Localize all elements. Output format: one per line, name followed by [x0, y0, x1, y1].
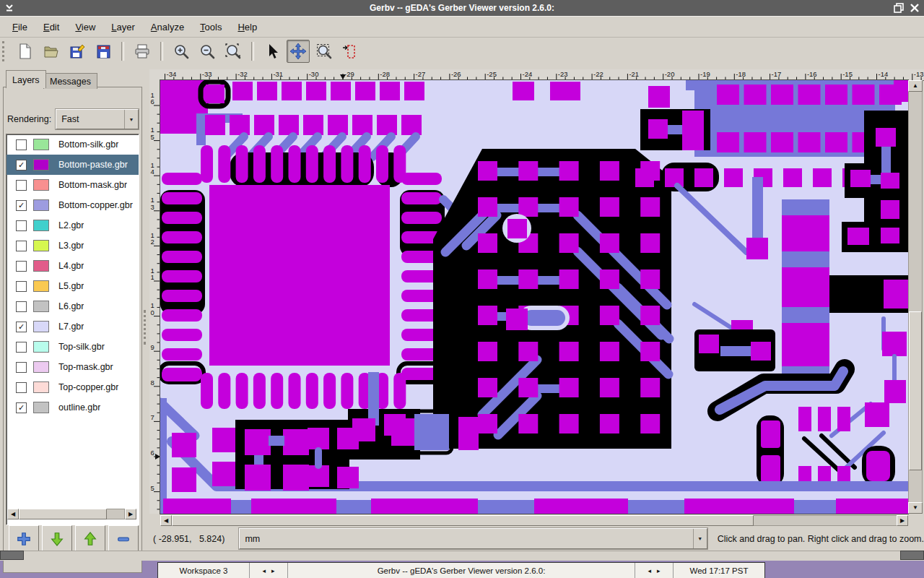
cycle-left-icon[interactable]: ◂: [645, 567, 654, 574]
add-layer-button[interactable]: [9, 525, 39, 553]
layer-row-l2-gbr[interactable]: L2.gbr: [6, 215, 139, 236]
layer-color-swatch[interactable]: [33, 240, 49, 251]
layer-name: Top-copper.gbr: [58, 382, 118, 392]
panel-splitter-handle[interactable]: [144, 310, 149, 345]
layer-color-swatch[interactable]: [33, 301, 49, 312]
zoom-in-button[interactable]: [170, 40, 193, 63]
measure-tool-button[interactable]: [339, 40, 362, 63]
units-combo[interactable]: mm ▼: [239, 528, 707, 549]
layer-visibility-checkbox[interactable]: [16, 382, 27, 393]
canvas-scroll-left-button[interactable]: ◀: [160, 515, 172, 526]
layer-row-top-silk-gbr[interactable]: Top-silk.gbr: [6, 337, 139, 357]
layer-color-swatch[interactable]: [33, 402, 49, 413]
layer-visibility-checkbox[interactable]: ✓: [16, 160, 27, 171]
layer-row-bottom-silk-gbr[interactable]: Bottom-silk.gbr: [6, 134, 139, 155]
taskbar-window-button[interactable]: Gerbv -- gEDA's Gerber Viewer version 2.…: [288, 563, 635, 578]
new-file-button[interactable]: [14, 40, 37, 63]
layer-visibility-checkbox[interactable]: [16, 301, 27, 312]
tab-messages[interactable]: Messages: [43, 73, 97, 89]
move-layer-up-button[interactable]: [75, 525, 105, 553]
layer-visibility-checkbox[interactable]: ✓: [16, 200, 27, 211]
layer-color-swatch[interactable]: [33, 260, 49, 272]
print-button[interactable]: [131, 40, 154, 63]
zoom-fit-button[interactable]: [222, 40, 245, 63]
menu-edit[interactable]: Edit: [35, 19, 67, 35]
layer-row-top-copper-gbr[interactable]: Top-copper.gbr: [6, 377, 139, 397]
canvas-hscrollbar-thumb[interactable]: [172, 515, 754, 526]
layer-scrollbar-thumb[interactable]: [19, 509, 107, 519]
menu-tools[interactable]: Tools: [192, 19, 230, 35]
layer-row-l6-gbr[interactable]: L6.gbr: [6, 296, 139, 316]
maximize-icon[interactable]: [894, 3, 904, 13]
workspace-indicator[interactable]: Workspace 3: [158, 563, 250, 578]
open-project-button[interactable]: [40, 40, 63, 63]
canvas-scroll-up-button[interactable]: ▲: [908, 80, 923, 92]
cycle-right-icon[interactable]: ▸: [654, 567, 663, 574]
pan-tool-button[interactable]: [287, 40, 310, 63]
layer-visibility-checkbox[interactable]: [16, 180, 27, 191]
layer-row-top-mask-gbr[interactable]: Top-mask.gbr: [6, 357, 139, 377]
layer-color-swatch[interactable]: [33, 159, 49, 171]
layer-visibility-checkbox[interactable]: [16, 342, 27, 353]
menu-layer[interactable]: Layer: [103, 19, 143, 35]
canvas-scroll-down-button[interactable]: ▼: [908, 502, 923, 514]
resize-grip-right[interactable]: [900, 551, 924, 560]
zoom-tool-button[interactable]: [313, 40, 336, 63]
layer-visibility-checkbox[interactable]: [16, 362, 27, 373]
layer-color-swatch[interactable]: [33, 381, 49, 393]
menu-analyze[interactable]: Analyze: [143, 19, 192, 35]
layer-visibility-checkbox[interactable]: [16, 241, 27, 251]
canvas-vscrollbar-thumb[interactable]: [909, 311, 922, 470]
layer-row-l4-gbr[interactable]: L4.gbr: [6, 256, 139, 276]
canvas-scroll-right-button[interactable]: ▶: [897, 515, 908, 526]
layer-visibility-checkbox[interactable]: ✓: [16, 322, 27, 332]
save-button[interactable]: [92, 40, 115, 63]
layer-scroll-left-button[interactable]: ◀: [7, 509, 19, 519]
tab-layers[interactable]: Layers: [6, 70, 46, 88]
toolbar-grip[interactable]: [2, 41, 8, 61]
layer-visibility-checkbox[interactable]: ✓: [16, 402, 27, 413]
pointer-tool-button[interactable]: [261, 40, 284, 63]
svg-text:5: 5: [151, 133, 154, 141]
layer-color-swatch[interactable]: [33, 341, 49, 353]
layer-row-l3-gbr[interactable]: L3.gbr: [6, 236, 139, 256]
layer-color-swatch[interactable]: [33, 199, 49, 211]
layer-name: L4.gbr: [58, 261, 84, 271]
layer-row-l5-gbr[interactable]: L5.gbr: [6, 276, 139, 296]
gerber-canvas[interactable]: [160, 80, 908, 514]
layer-color-swatch[interactable]: [33, 220, 49, 231]
layer-color-swatch[interactable]: [33, 139, 49, 150]
rendering-combo[interactable]: Fast ▼: [56, 109, 139, 129]
layer-buttons-row: [9, 525, 139, 551]
menu-view[interactable]: View: [67, 19, 103, 35]
layer-name: L2.gbr: [58, 220, 84, 230]
svg-text:5: 5: [151, 484, 154, 492]
ruler-corner: [149, 69, 161, 81]
layer-row-bottom-mask-gbr[interactable]: Bottom-mask.gbr: [6, 175, 139, 195]
layer-row-bottom-copper-gbr[interactable]: ✓Bottom-copper.gbr: [6, 195, 139, 215]
menu-file[interactable]: File: [4, 19, 35, 35]
save-as-button[interactable]: [66, 40, 89, 63]
layer-visibility-checkbox[interactable]: [16, 220, 27, 231]
zoom-out-button[interactable]: [196, 40, 219, 63]
layer-row-outline-gbr[interactable]: ✓outline.gbr: [6, 397, 139, 418]
layer-visibility-checkbox[interactable]: [16, 139, 27, 150]
layer-row-bottom-paste-gbr[interactable]: ✓Bottom-paste.gbr: [6, 155, 139, 175]
layer-scroll-right-button[interactable]: ▶: [125, 509, 136, 519]
layer-visibility-checkbox[interactable]: [16, 261, 27, 272]
pager-left-icon[interactable]: ◂: [259, 567, 269, 574]
window-shade-icon[interactable]: [4, 3, 14, 13]
layer-visibility-checkbox[interactable]: [16, 281, 27, 292]
layer-row-l7-gbr[interactable]: ✓L7.gbr: [6, 316, 139, 337]
layer-name: L7.gbr: [58, 322, 84, 332]
layer-color-swatch[interactable]: [33, 321, 49, 332]
move-layer-down-button[interactable]: [42, 525, 72, 553]
pager-right-icon[interactable]: ▸: [269, 567, 278, 574]
layer-color-swatch[interactable]: [33, 179, 49, 191]
layer-color-swatch[interactable]: [33, 280, 49, 292]
close-icon[interactable]: [910, 3, 920, 13]
menu-help[interactable]: Help: [230, 19, 265, 35]
layer-color-swatch[interactable]: [33, 361, 49, 373]
resize-grip-left[interactable]: [0, 551, 24, 560]
remove-layer-button[interactable]: [108, 525, 139, 553]
